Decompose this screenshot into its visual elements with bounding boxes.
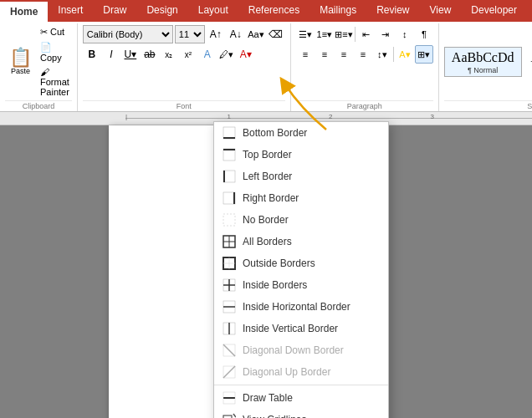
numbering-button[interactable]: 1≡▾ — [315, 25, 334, 43]
styles-group: AaBbCcDd ¶ Normal AaBbCcDd No Spa... ▲ ▼… — [439, 23, 532, 111]
svg-line-26 — [223, 366, 235, 378]
font-group-label: Font — [83, 100, 285, 111]
tab-mailings[interactable]: Mailings — [309, 0, 366, 22]
style-normal-label: ¶ Normal — [468, 66, 498, 74]
tab-design[interactable]: Design — [136, 0, 187, 22]
font-size-select[interactable]: 11 — [175, 25, 205, 43]
change-case-button[interactable]: Aa▾ — [247, 25, 265, 43]
style-normal-preview: AaBbCcDd — [452, 49, 514, 65]
inside-horizontal-icon — [223, 300, 236, 314]
align-right-button[interactable]: ≡ — [335, 45, 353, 64]
menu-item-inside-vertical[interactable]: Inside Vertical Border — [214, 318, 388, 339]
bold-button[interactable]: B — [83, 45, 101, 64]
tab-view[interactable]: View — [420, 0, 462, 22]
ribbon: Home Insert Draw Design Layout Reference… — [0, 0, 532, 112]
svg-line-24 — [223, 344, 235, 356]
subscript-button[interactable]: x₂ — [160, 45, 178, 64]
menu-item-horizontal-line-label: Draw Table — [243, 392, 293, 404]
menu-item-diagonal-down[interactable]: Diagonal Down Border — [214, 339, 388, 361]
menu-item-no-border[interactable]: No Border — [214, 209, 388, 231]
diagonal-down-icon — [223, 344, 236, 357]
multilevel-button[interactable]: ⊞≡▾ — [335, 25, 353, 43]
svg-rect-3 — [223, 149, 235, 161]
borders-button[interactable]: ⊞▾ — [415, 45, 433, 64]
menu-item-draw-table-label: View Gridlines — [243, 414, 306, 418]
align-left-button[interactable]: ≡ — [296, 45, 315, 64]
decrease-indent-button[interactable]: ⇤ — [357, 25, 376, 43]
clipboard-group-content: 📋 Paste ✂ Cut 📄 Copy 🖌 Format Painter — [5, 25, 72, 99]
tab-draw[interactable]: Draw — [93, 0, 136, 22]
all-borders-icon — [223, 235, 236, 248]
style-no-spacing[interactable]: AaBbCcDd No Spa... — [524, 47, 532, 76]
menu-item-inside-vertical-label: Inside Vertical Border — [243, 323, 338, 334]
show-hide-button[interactable]: ¶ — [415, 25, 433, 43]
strikethrough-button[interactable]: ab — [141, 45, 159, 64]
tab-help[interactable]: Help — [527, 0, 532, 22]
clear-format-button[interactable]: ⌫ — [267, 25, 285, 43]
menu-item-diagonal-down-label: Diagonal Down Border — [243, 344, 344, 356]
no-border-icon — [223, 213, 236, 227]
cut-button[interactable]: ✂ Cut — [38, 25, 72, 39]
diagonal-up-icon — [223, 365, 236, 379]
menu-item-diagonal-up-label: Diagonal Up Border — [243, 366, 330, 378]
tab-review[interactable]: Review — [366, 0, 419, 22]
font-group: Calibri (Body) 11 A↑ A↓ Aa▾ ⌫ B I U▾ ab … — [78, 23, 291, 111]
menu-item-outside-borders[interactable]: Outside Borders — [214, 252, 388, 274]
menu-item-top-border[interactable]: Top Border — [214, 144, 388, 166]
menu-item-inside-horizontal-label: Inside Horizontal Border — [243, 301, 350, 313]
menu-item-inside-horizontal[interactable]: Inside Horizontal Border — [214, 296, 388, 318]
menu-item-left-border[interactable]: Left Border — [214, 166, 388, 187]
svg-rect-5 — [223, 171, 235, 182]
menu-separator-1 — [214, 385, 388, 385]
increase-indent-button[interactable]: ⇥ — [376, 25, 395, 43]
format-painter-button[interactable]: 🖌 Format Painter — [38, 65, 72, 99]
svg-line-30 — [233, 414, 236, 417]
menu-item-draw-table[interactable]: View Gridlines — [214, 409, 388, 418]
decrease-font-button[interactable]: A↓ — [227, 25, 245, 43]
italic-button[interactable]: I — [102, 45, 120, 64]
arrow-annotation — [276, 75, 343, 136]
menu-item-inside-borders[interactable]: Inside Borders — [214, 274, 388, 296]
menu-item-no-border-label: No Border — [243, 214, 289, 226]
svg-rect-7 — [223, 192, 235, 204]
inside-borders-icon — [223, 278, 236, 292]
menu-item-outside-borders-label: Outside Borders — [243, 257, 315, 269]
superscript-button[interactable]: x² — [179, 45, 197, 64]
align-center-button[interactable]: ≡ — [315, 45, 334, 64]
justify-button[interactable]: ≡ — [354, 45, 372, 64]
text-highlight-button[interactable]: 🖊▾ — [217, 45, 236, 64]
menu-item-diagonal-up[interactable]: Diagonal Up Border — [214, 361, 388, 383]
increase-font-button[interactable]: A↑ — [207, 25, 225, 43]
left-margin — [0, 125, 109, 418]
sort-button[interactable]: ↕ — [396, 25, 414, 43]
menu-item-left-border-label: Left Border — [243, 171, 292, 182]
tab-references[interactable]: References — [238, 0, 309, 22]
copy-button[interactable]: 📄 Copy — [38, 40, 72, 64]
outside-borders-icon — [223, 257, 236, 270]
menu-item-all-borders[interactable]: All Borders — [214, 231, 388, 252]
paste-button[interactable]: 📋 Paste — [5, 46, 36, 78]
menu-item-top-border-label: Top Border — [243, 149, 292, 161]
tab-home[interactable]: Home — [0, 0, 48, 22]
line-spacing-button[interactable]: ↕▾ — [373, 45, 391, 64]
shading-button[interactable]: A▾ — [396, 45, 414, 64]
underline-button[interactable]: U▾ — [121, 45, 140, 64]
tab-layout[interactable]: Layout — [188, 0, 238, 22]
style-normal[interactable]: AaBbCcDd ¶ Normal — [444, 47, 522, 76]
ribbon-tabs: Home Insert Draw Design Layout Reference… — [0, 0, 532, 22]
left-border-icon — [223, 170, 236, 183]
menu-item-horizontal-line[interactable]: Draw Table — [214, 387, 388, 409]
text-effects-button[interactable]: A — [198, 45, 217, 64]
right-border-icon — [223, 191, 236, 205]
inside-vertical-icon — [223, 322, 236, 335]
clipboard-label: Clipboard — [5, 100, 72, 111]
tab-insert[interactable]: Insert — [48, 0, 93, 22]
bullets-button[interactable]: ☰▾ — [296, 25, 315, 43]
font-name-select[interactable]: Calibri (Body) — [83, 25, 173, 43]
menu-item-right-border[interactable]: Right Border — [214, 187, 388, 209]
ribbon-body: 📋 Paste ✂ Cut 📄 Copy 🖌 Format Painter Cl… — [0, 22, 532, 112]
tab-developer[interactable]: Developer — [461, 0, 527, 22]
font-color-button[interactable]: A▾ — [237, 45, 255, 64]
bottom-border-icon — [223, 126, 236, 140]
styles-group-label: Styles — [444, 100, 532, 111]
